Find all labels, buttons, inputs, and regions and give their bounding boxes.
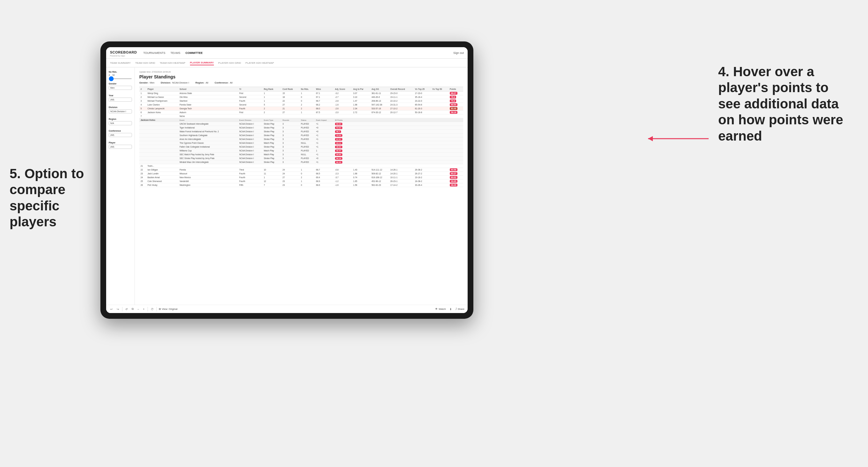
vs-top50 [431,92,448,95]
nav-committee[interactable]: COMMITTEE [186,51,203,55]
sidebar-region: Region N/A [109,118,132,127]
filter-gender-value: Men [150,81,155,84]
plus-button[interactable]: + [142,307,145,311]
sidebar-player: Player (All) [109,142,132,150]
toolbar-separator-2 [148,307,148,311]
standings-table: # Player School Yr Reg Rank Conf Rank No… [139,87,463,187]
nav-tournaments[interactable]: TOURNAMENTS [143,51,165,55]
detail-row: SEC Stroke Play hosted by Jerry Pate NCA… [139,157,463,160]
nav-right: Sign out [453,51,464,55]
no-rds-label: No Rds. [109,71,132,73]
bottom-toolbar: ↩ ↪ ↺ ⧉ − + ⏱ ⊞ View: Original [135,305,468,313]
app-title: SCOREBOARD [110,50,137,54]
detail-row: Wake Forest Invitational at Pinehurst No… [139,130,463,133]
col-school: School [178,87,238,92]
reg-rank: 1 [262,92,281,95]
rds: 1 [300,92,315,95]
col-vs-top50: Vs Top 50 [431,87,448,92]
annotation-5: 5. Option to compare specific players [9,166,92,230]
nav-teams[interactable]: TEAMS [170,51,180,55]
school: Arizona State [178,92,238,95]
standings-title: Player Standings [139,74,463,80]
subnav-team-summary[interactable]: TEAM SUMMARY [110,61,131,65]
player-label: Player [109,142,132,144]
col-no-rds: No Rds. [300,87,315,92]
filter-division-value: NCAA Division I [172,81,189,84]
view-original-label[interactable]: ⊞ View: Original [159,308,178,310]
share-button[interactable]: ⤴ Share [456,308,464,310]
view-icon: ⊞ [159,308,161,310]
subnav-player-h2h-grid[interactable]: PLAYER H2H GRID [218,61,241,65]
adj-score: -3.2 [334,92,352,95]
year-label: Year [109,94,132,97]
filter-conference: Conference: All [215,81,232,84]
update-time: Update time: 27/03/2024 16:56:26 [139,71,463,73]
detail-row: Mirabel Maui Jim Intercollegiate NCAA Di… [139,160,463,164]
col-points: Points [448,87,463,92]
nav-links: TOURNAMENTS TEAMS COMMITTEE [143,51,453,55]
table-row: 4 Luke Clanton Florida State Second 5 27… [139,103,463,107]
region-select[interactable]: N/A [109,121,132,125]
avg-sg: 381-61-11 [370,92,389,95]
subnav-player-summary[interactable]: PLAYER SUMMARY [190,61,214,65]
year-select[interactable]: (All) [109,97,132,102]
download-button[interactable]: ⬇ [448,307,453,311]
subnav-player-h2h-heatmap[interactable]: PLAYER H2H HEATMAP [245,61,274,65]
sidebar-division: Division NCAA Division I [109,106,132,115]
eye-icon: 👁 [435,308,438,310]
filter-gender: Gender: Men [139,81,154,84]
table-row: 5 Christo Lamprecht Georgia Tech Fourth … [139,107,463,111]
player-select[interactable]: (All) [109,145,132,149]
detail-row: Fallen Oak Collegiate Invitational NCAA … [139,145,463,149]
subnav-team-h2h-grid[interactable]: TEAM H2H GRID [135,61,155,65]
region-label: Region [109,118,132,120]
filter-conference-label: Conference: [215,81,228,84]
col-avg-sg: Avg SG [370,87,389,92]
table-row: 3 Michael Thorbjornsen Stanford Fourth 1… [139,99,463,103]
col-wins: Wins [315,87,334,92]
player-name: Wenyi Ding [146,92,178,95]
clock-button[interactable]: ⏱ [150,307,155,311]
subnav-team-h2h-heatmap[interactable]: TEAM H2H HEATMAP [160,61,186,65]
filter-region: Region: All [195,81,208,84]
arrow-4-icon [642,129,712,148]
toolbar-right: 👁 Watch ⬇ ⤴ Share [435,307,464,311]
table-row: 24 Bastien Amat New Mexico Fourth 1 27 2… [139,176,463,180]
toolbar-separator-3 [156,307,157,311]
annotation-5-text: 5. Option to compare specific players [9,166,84,229]
annotation-4: 4. Hover over a player's points to see a… [718,64,852,144]
table-row: 22 Ian Gilligan Florida Third 10 24 1 68… [139,168,463,172]
table-row: 7 Niche [139,115,463,118]
no-rds-slider[interactable] [109,79,132,79]
conference-label: Conference [109,130,132,132]
col-player: Player [146,87,178,92]
wins: 67.1 [315,92,334,95]
sidebar-year: Year (All) [109,94,132,103]
detail-row: Amer An Intercollegiate NCAA Division I … [139,137,463,141]
gender-label: Gender [109,83,132,85]
conference-select[interactable]: (All) [109,133,132,137]
table-row: 1 Wenyi Ding Arizona State First 1 15 1 … [139,92,463,95]
yr: First [238,92,263,95]
col-to-par: Avg to Par [352,87,370,92]
table-row: 21 Toshi... [139,164,463,168]
no-rds-max: 52 [113,74,115,76]
points[interactable]: 88.27 [448,92,463,95]
gender-select[interactable]: Men [109,86,132,90]
table-header-row: # Player School Yr Reg Rank Conf Rank No… [139,87,463,92]
filter-region-label: Region: [195,81,204,84]
sub-nav: TEAM SUMMARY TEAM H2H GRID TEAM H2H HEAT… [106,59,468,68]
col-reg-rank: Reg Rank [262,87,281,92]
table-area: Update time: 27/03/2024 16:56:26 Player … [135,68,468,313]
minus-button[interactable]: − [136,307,140,311]
table-row: 25 Cole Sherwood Vanderbilt Fourth 12 23… [139,180,463,183]
svg-marker-1 [648,136,653,141]
col-conf-rank: Conf Rank [281,87,300,92]
watch-button[interactable]: 👁 Watch [435,308,446,310]
detail-row: The Cypress Point Classic NCAA Division … [139,141,463,145]
filter-division-label: Division: [161,81,171,84]
sign-out-link[interactable]: Sign out [453,51,464,55]
col-yr: Yr [238,87,263,92]
division-select[interactable]: NCAA Division I [109,110,132,114]
filter-gender-label: Gender: [139,81,149,84]
